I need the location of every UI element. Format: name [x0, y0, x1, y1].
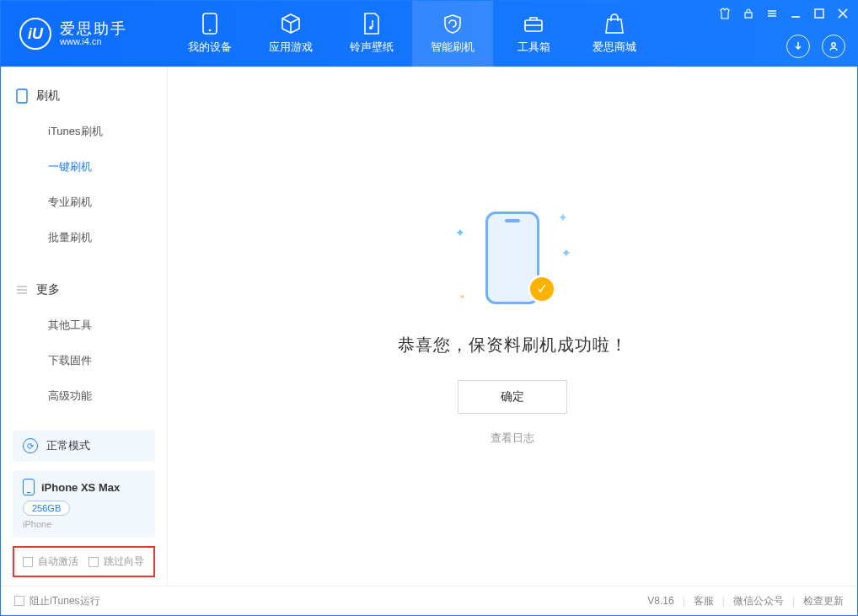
logo-icon: iU [19, 18, 51, 50]
mode-status[interactable]: ⟳ 正常模式 [13, 430, 155, 462]
window-controls [717, 6, 850, 21]
sidebar-item-batch-flash[interactable]: 批量刷机 [1, 220, 167, 255]
header-actions [786, 35, 845, 58]
phone-icon [199, 13, 221, 35]
sidebar-item-download-firmware[interactable]: 下载固件 [1, 343, 167, 378]
svg-rect-5 [745, 13, 752, 18]
nav-store[interactable]: 爱思商城 [574, 1, 655, 67]
customer-service-link[interactable]: 客服 [694, 594, 714, 608]
list-icon [16, 284, 28, 296]
nav-label: 智能刷机 [431, 40, 475, 55]
svg-rect-10 [815, 9, 823, 18]
svg-point-13 [832, 43, 835, 46]
shirt-icon[interactable] [717, 6, 732, 21]
sidebar-item-oneclick-flash[interactable]: 一键刷机 [1, 149, 167, 185]
sidebar-item-itunes-flash[interactable]: iTunes刷机 [1, 114, 167, 149]
phone-icon [23, 479, 35, 495]
nav-toolbox[interactable]: 工具箱 [493, 1, 574, 67]
device-icon [16, 88, 28, 104]
success-message: 恭喜您，保资料刷机成功啦！ [398, 334, 628, 356]
sidebar-section-flash: 刷机 [1, 82, 167, 110]
nav-label: 工具箱 [517, 40, 550, 55]
nav-label: 铃声壁纸 [350, 40, 394, 55]
section-title: 更多 [36, 282, 60, 297]
lock-icon[interactable] [741, 6, 756, 21]
cube-icon [280, 13, 302, 35]
ok-button[interactable]: 确定 [458, 380, 567, 414]
check-update-link[interactable]: 检查更新 [803, 594, 844, 608]
minimize-icon[interactable] [788, 6, 803, 21]
view-log-link[interactable]: 查看日志 [491, 431, 534, 446]
sync-icon: ⟳ [23, 438, 38, 453]
footer: 阻止iTunes运行 V8.16 | 客服 | 微信公众号 | 检查更新 [1, 586, 857, 615]
mode-label: 正常模式 [46, 438, 90, 453]
activation-options-highlighted: 自动激活 跳过向导 [13, 546, 155, 577]
nav-apps-games[interactable]: 应用游戏 [250, 1, 331, 67]
music-file-icon [361, 13, 383, 35]
sidebar-section-more: 更多 [1, 276, 167, 304]
check-badge-icon: ✓ [528, 275, 556, 303]
app-url: www.i4.cn [60, 36, 127, 46]
sidebar: 刷机 iTunes刷机 一键刷机 专业刷机 批量刷机 更多 其他工具 下载固件 … [1, 67, 168, 586]
checkbox-auto-activate[interactable]: 自动激活 [23, 554, 78, 569]
header: iU 爱思助手 www.i4.cn 我的设备 应用游戏 铃声壁纸 智能刷机 工具… [1, 1, 857, 67]
bag-icon [603, 13, 625, 35]
toolbox-icon [523, 13, 544, 35]
checkbox-block-itunes[interactable]: 阻止iTunes运行 [14, 594, 100, 608]
section-title: 刷机 [36, 88, 60, 104]
device-type: iPhone [23, 519, 145, 529]
download-icon[interactable] [786, 35, 810, 58]
sidebar-item-advanced[interactable]: 高级功能 [1, 378, 167, 414]
device-card[interactable]: iPhone XS Max 256GB iPhone [13, 470, 155, 538]
maximize-icon[interactable] [812, 6, 827, 21]
svg-point-1 [209, 29, 212, 32]
success-illustration: ✦✦•✦ ✓ [462, 207, 563, 308]
svg-point-2 [369, 26, 373, 29]
nav-my-device[interactable]: 我的设备 [169, 1, 250, 67]
main-content: ✦✦•✦ ✓ 恭喜您，保资料刷机成功啦！ 确定 查看日志 [168, 67, 857, 586]
nav-ringtones-wallpapers[interactable]: 铃声壁纸 [331, 1, 412, 67]
close-icon[interactable] [835, 6, 850, 21]
svg-rect-14 [17, 89, 27, 103]
device-storage: 256GB [23, 501, 70, 516]
version-label: V8.16 [647, 595, 673, 607]
nav-label: 我的设备 [188, 40, 232, 55]
menu-icon[interactable] [764, 6, 780, 21]
nav-smart-flash[interactable]: 智能刷机 [412, 1, 493, 67]
checkbox-skip-guide[interactable]: 跳过向导 [88, 554, 144, 569]
device-name: iPhone XS Max [41, 481, 120, 494]
wechat-link[interactable]: 微信公众号 [733, 594, 784, 608]
sidebar-item-other-tools[interactable]: 其他工具 [1, 308, 167, 343]
user-icon[interactable] [822, 35, 845, 58]
app-name: 爱思助手 [60, 21, 127, 36]
top-nav: 我的设备 应用游戏 铃声壁纸 智能刷机 工具箱 爱思商城 [169, 1, 655, 67]
logo[interactable]: iU 爱思助手 www.i4.cn [1, 18, 169, 50]
sidebar-item-pro-flash[interactable]: 专业刷机 [1, 185, 167, 220]
refresh-shield-icon [442, 13, 464, 35]
nav-label: 应用游戏 [269, 40, 313, 55]
nav-label: 爱思商城 [593, 40, 636, 55]
